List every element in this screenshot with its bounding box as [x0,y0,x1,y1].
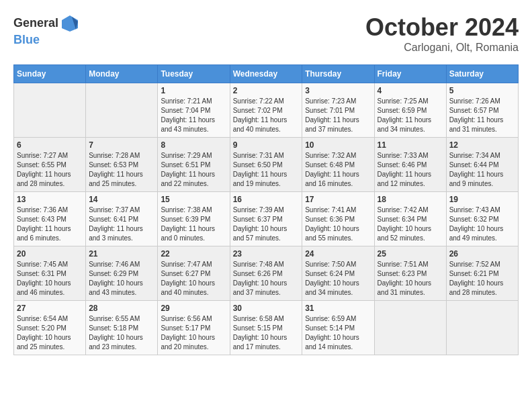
day-number: 15 [161,195,226,204]
weekday-header-friday: Friday [374,65,446,83]
day-detail: Sunrise: 7:46 AMSunset: 6:29 PMDaylight:… [89,260,154,298]
day-number: 28 [89,304,154,313]
day-number: 31 [305,304,371,313]
day-number: 26 [449,249,515,259]
calendar-cell: 15Sunrise: 7:38 AMSunset: 6:39 PMDayligh… [158,192,230,246]
calendar-cell: 30Sunrise: 6:58 AMSunset: 5:15 PMDayligh… [230,301,302,355]
day-number: 2 [233,86,300,95]
day-number: 9 [233,140,300,150]
calendar-header-row: SundayMondayTuesdayWednesdayThursdayFrid… [14,65,519,83]
title-block: October 2024 Carlogani, Olt, Romania [365,13,519,54]
day-detail: Sunrise: 7:22 AMSunset: 7:02 PMDaylight:… [233,97,300,134]
day-number: 20 [17,249,83,259]
calendar-cell: 4Sunrise: 7:25 AMSunset: 6:59 PMDaylight… [374,83,446,138]
day-detail: Sunrise: 7:36 AMSunset: 6:43 PMDaylight:… [17,205,83,243]
day-number: 12 [449,140,515,150]
day-detail: Sunrise: 7:37 AMSunset: 6:41 PMDaylight:… [89,205,154,243]
day-number: 4 [378,86,443,95]
day-number: 16 [233,195,300,204]
calendar-cell: 1Sunrise: 7:21 AMSunset: 7:04 PMDaylight… [158,83,230,138]
day-number: 11 [378,140,443,150]
weekday-header-tuesday: Tuesday [158,65,230,83]
day-number: 24 [305,249,371,259]
calendar-cell: 2Sunrise: 7:22 AMSunset: 7:02 PMDaylight… [230,83,302,138]
weekday-header-wednesday: Wednesday [230,65,302,83]
calendar-cell: 3Sunrise: 7:23 AMSunset: 7:01 PMDaylight… [302,83,374,138]
day-detail: Sunrise: 7:42 AMSunset: 6:34 PMDaylight:… [378,205,443,243]
calendar-table: SundayMondayTuesdayWednesdayThursdayFrid… [13,64,519,355]
day-detail: Sunrise: 7:51 AMSunset: 6:23 PMDaylight:… [378,260,443,298]
calendar-cell: 24Sunrise: 7:50 AMSunset: 6:24 PMDayligh… [302,246,374,301]
calendar-cell: 25Sunrise: 7:51 AMSunset: 6:23 PMDayligh… [374,246,446,301]
calendar-cell: 10Sunrise: 7:32 AMSunset: 6:48 PMDayligh… [302,138,374,192]
day-number: 1 [161,86,226,95]
day-number: 19 [449,195,515,204]
day-number: 25 [378,249,443,259]
weekday-header-sunday: Sunday [14,65,86,83]
day-detail: Sunrise: 7:27 AMSunset: 6:55 PMDaylight:… [17,151,83,189]
day-number: 22 [161,249,226,259]
calendar-cell: 31Sunrise: 6:59 AMSunset: 5:14 PMDayligh… [302,301,374,355]
day-detail: Sunrise: 7:50 AMSunset: 6:24 PMDaylight:… [305,260,371,298]
calendar-cell: 28Sunrise: 6:55 AMSunset: 5:18 PMDayligh… [86,301,158,355]
day-detail: Sunrise: 6:56 AMSunset: 5:17 PMDaylight:… [161,314,226,352]
calendar-cell: 11Sunrise: 7:33 AMSunset: 6:46 PMDayligh… [374,138,446,192]
calendar-cell [374,301,446,355]
calendar-cell: 19Sunrise: 7:43 AMSunset: 6:32 PMDayligh… [446,192,518,246]
day-detail: Sunrise: 7:26 AMSunset: 6:57 PMDaylight:… [449,97,515,134]
day-number: 27 [17,304,83,313]
calendar-cell: 16Sunrise: 7:39 AMSunset: 6:37 PMDayligh… [230,192,302,246]
logo-general-text: General [13,17,58,30]
calendar-cell: 8Sunrise: 7:29 AMSunset: 6:51 PMDaylight… [158,138,230,192]
day-detail: Sunrise: 7:31 AMSunset: 6:50 PMDaylight:… [233,151,300,189]
day-detail: Sunrise: 7:21 AMSunset: 7:04 PMDaylight:… [161,97,226,134]
day-detail: Sunrise: 7:28 AMSunset: 6:53 PMDaylight:… [89,151,154,189]
month-title: October 2024 [365,13,519,42]
day-number: 30 [233,304,300,313]
calendar-cell: 5Sunrise: 7:26 AMSunset: 6:57 PMDaylight… [446,83,518,138]
day-number: 14 [89,195,154,204]
day-number: 13 [17,195,83,204]
page-header: General Blue October 2024 Carlogani, Olt… [13,13,519,54]
day-detail: Sunrise: 7:43 AMSunset: 6:32 PMDaylight:… [449,205,515,243]
weekday-header-saturday: Saturday [446,65,518,83]
day-number: 17 [305,195,371,204]
calendar-week-3: 13Sunrise: 7:36 AMSunset: 6:43 PMDayligh… [14,192,519,246]
day-number: 18 [378,195,443,204]
day-number: 29 [161,304,226,313]
day-number: 3 [305,86,371,95]
logo: General Blue [13,13,80,47]
calendar-cell [86,83,158,138]
day-number: 7 [89,140,154,150]
calendar-cell: 6Sunrise: 7:27 AMSunset: 6:55 PMDaylight… [14,138,86,192]
calendar-cell: 12Sunrise: 7:34 AMSunset: 6:44 PMDayligh… [446,138,518,192]
day-number: 21 [89,249,154,259]
day-detail: Sunrise: 6:54 AMSunset: 5:20 PMDaylight:… [17,314,83,352]
calendar-cell: 18Sunrise: 7:42 AMSunset: 6:34 PMDayligh… [374,192,446,246]
calendar-week-1: 1Sunrise: 7:21 AMSunset: 7:04 PMDaylight… [14,83,519,138]
logo-icon [60,13,80,34]
location-title: Carlogani, Olt, Romania [365,42,519,54]
day-detail: Sunrise: 7:32 AMSunset: 6:48 PMDaylight:… [305,151,371,189]
calendar-cell [14,83,86,138]
day-detail: Sunrise: 6:55 AMSunset: 5:18 PMDaylight:… [89,314,154,352]
day-number: 5 [449,86,515,95]
calendar-cell: 20Sunrise: 7:45 AMSunset: 6:31 PMDayligh… [14,246,86,301]
day-detail: Sunrise: 7:39 AMSunset: 6:37 PMDaylight:… [233,205,300,243]
calendar-week-4: 20Sunrise: 7:45 AMSunset: 6:31 PMDayligh… [14,246,519,301]
weekday-header-monday: Monday [86,65,158,83]
calendar-week-2: 6Sunrise: 7:27 AMSunset: 6:55 PMDaylight… [14,138,519,192]
day-number: 23 [233,249,300,259]
day-number: 6 [17,140,83,150]
calendar-cell: 9Sunrise: 7:31 AMSunset: 6:50 PMDaylight… [230,138,302,192]
calendar-cell [446,301,518,355]
calendar-cell: 13Sunrise: 7:36 AMSunset: 6:43 PMDayligh… [14,192,86,246]
calendar-week-5: 27Sunrise: 6:54 AMSunset: 5:20 PMDayligh… [14,301,519,355]
day-number: 10 [305,140,371,150]
calendar-cell: 22Sunrise: 7:47 AMSunset: 6:27 PMDayligh… [158,246,230,301]
calendar-cell: 27Sunrise: 6:54 AMSunset: 5:20 PMDayligh… [14,301,86,355]
calendar-cell: 23Sunrise: 7:48 AMSunset: 6:26 PMDayligh… [230,246,302,301]
day-detail: Sunrise: 7:23 AMSunset: 7:01 PMDaylight:… [305,97,371,134]
day-detail: Sunrise: 7:45 AMSunset: 6:31 PMDaylight:… [17,260,83,298]
day-detail: Sunrise: 7:25 AMSunset: 6:59 PMDaylight:… [378,97,443,134]
